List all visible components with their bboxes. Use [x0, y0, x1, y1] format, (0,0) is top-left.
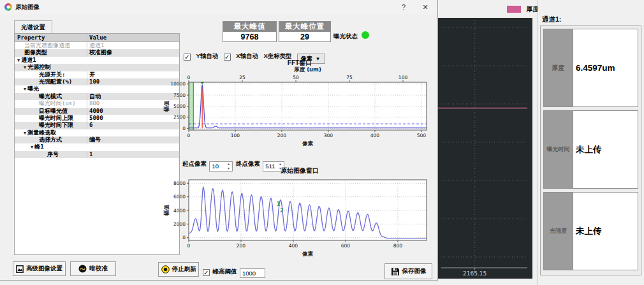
header-value: Value	[87, 34, 179, 41]
property-row[interactable]: ▼测量峰选取	[15, 129, 179, 136]
property-row[interactable]: ▼峰1	[15, 143, 179, 150]
svg-text:1: 1	[277, 201, 281, 207]
thickness-legend: 厚度	[507, 3, 539, 14]
advanced-image-settings-button[interactable]: 高级图像设置	[13, 261, 66, 276]
save-image-button[interactable]: 保存图像	[384, 263, 432, 279]
light-intensity-card-value: 未上传	[573, 193, 638, 270]
stop-refresh-button[interactable]: 停止刷新	[158, 262, 199, 277]
svg-text:200: 200	[237, 243, 246, 249]
property-row[interactable]: 曝光时间下限6	[15, 122, 179, 129]
svg-text:100: 100	[399, 75, 408, 80]
peak-threshold-label: 峰高阈值	[212, 268, 237, 275]
property-grid-header: Property Value	[15, 34, 179, 42]
light-intensity-card: 光强度 未上传	[543, 192, 638, 270]
tree-collapse-icon[interactable]: ▼	[31, 145, 33, 150]
svg-text:600: 600	[341, 243, 351, 249]
property-row[interactable]: 序号1	[15, 151, 179, 158]
property-name: ▼光源控制	[15, 64, 179, 71]
light-intensity-card-label: 光强度	[544, 193, 573, 270]
max-peak-pos-card: 最大峰位置 29	[279, 21, 331, 42]
thickness-card-value: 6.4597um	[573, 29, 638, 106]
property-name: 曝光模式	[15, 93, 87, 100]
stop-refresh-label: 停止刷新	[172, 265, 196, 274]
property-row[interactable]: 当前光谱图像通道通道1	[15, 42, 179, 49]
peak-threshold-input[interactable]: 1000	[240, 268, 265, 278]
property-row[interactable]: ▼通道1	[15, 57, 179, 64]
original-image-dialog: 原始图像 ? ✕ 光谱设置 Property Value 当前光谱图像通道通道1…	[0, 0, 438, 281]
save-image-label: 保存图像	[402, 267, 427, 275]
property-name: 曝光时间(us)	[15, 100, 87, 107]
svg-text:50: 50	[293, 75, 299, 80]
svg-text:2500: 2500	[173, 114, 186, 120]
thickness-trend-chart[interactable]: 2165.15	[438, 18, 532, 279]
svg-text:幅值: 幅值	[163, 101, 170, 112]
svg-text:幅值: 幅值	[163, 205, 170, 216]
metric-container: 厚度 6.4597um 曝光时间 未上传 光强度 未上传	[540, 26, 641, 275]
property-row[interactable]: 曝光时间上限5000	[15, 115, 179, 122]
property-row[interactable]: 曝光时间(us)800	[15, 100, 179, 107]
property-name: 曝光时间上限	[15, 115, 87, 122]
svg-text:像素: 像素	[302, 251, 314, 257]
property-row[interactable]: ▼光源控制	[15, 64, 179, 71]
svg-text:500: 500	[417, 133, 427, 138]
dark-calibration-label: 暗校准	[89, 265, 108, 273]
exposure-status-label: 曝光状态	[333, 33, 358, 41]
property-row[interactable]: 光强配置(%)100	[15, 78, 179, 85]
svg-text:2165.15: 2165.15	[463, 270, 487, 277]
property-row[interactable]: 目标曝光值4000	[15, 108, 179, 115]
peak-threshold-checkbox[interactable]: ✓	[203, 269, 210, 276]
property-value[interactable]: 通道1	[87, 42, 179, 49]
svg-text:100: 100	[231, 133, 240, 138]
svg-text:300: 300	[324, 133, 333, 138]
exposure-status-indicator	[362, 31, 369, 39]
property-row[interactable]: 图像类型校准图像	[15, 49, 179, 56]
thickness-card: 厚度 6.4597um	[543, 29, 638, 107]
dialog-title: 原始图像	[15, 3, 40, 11]
property-name: 当前光谱图像通道	[15, 42, 87, 49]
exposure-time-card-value: 未上传	[573, 111, 638, 188]
property-row[interactable]: ▼曝光	[15, 85, 179, 92]
property-name: 图像类型	[15, 49, 87, 56]
dialog-titlebar[interactable]: 原始图像 ? ✕	[0, 0, 437, 14]
channel-results-panel: 通道1: 厚度 6.4597um 曝光时间 未上传 光强度 未上传	[538, 0, 644, 285]
advanced-image-settings-label: 高级图像设置	[26, 265, 62, 273]
svg-text:8000: 8000	[173, 180, 186, 186]
property-row[interactable]: 光源开关:开	[15, 71, 179, 78]
svg-text:400: 400	[370, 133, 380, 138]
channel-label: 通道1:	[542, 15, 561, 24]
help-button[interactable]: ?	[397, 2, 411, 12]
svg-text:25: 25	[239, 75, 245, 80]
property-grid[interactable]: Property Value 当前光谱图像通道通道1图像类型校准图像▼通道1▼光…	[14, 33, 180, 255]
raw-image-chart[interactable]: 12020040060080002000400060008000像素幅值	[162, 175, 437, 258]
fft-chart[interactable]: 0100200300400500025507510002500500075001…	[162, 66, 437, 152]
color-ring-icon	[4, 3, 12, 11]
svg-text:10000: 10000	[170, 81, 186, 87]
property-name: ▼曝光	[15, 85, 179, 92]
svg-text:0: 0	[187, 133, 191, 138]
svg-text:6000: 6000	[173, 194, 186, 200]
tab-spectrum-settings[interactable]: 光谱设置	[14, 20, 52, 33]
property-name: ▼测量峰选取	[15, 129, 179, 136]
peak-threshold-controls: ✓ 峰高阈值 1000	[203, 265, 265, 278]
property-row[interactable]: 曝光模式自动	[15, 93, 179, 100]
screen: 原始图像 ? ✕ 光谱设置 Property Value 当前光谱图像通道通道1…	[0, 0, 644, 285]
max-peak-pos-label: 最大峰位置	[279, 22, 330, 31]
tree-collapse-icon[interactable]: ▼	[24, 65, 26, 70]
svg-text:2: 2	[280, 208, 284, 214]
property-name: 序号	[15, 151, 87, 158]
dark-calibration-button[interactable]: 暗校准	[70, 261, 116, 276]
property-row[interactable]: 选择方式编号	[15, 136, 179, 143]
tree-collapse-icon[interactable]: ▼	[24, 131, 26, 136]
exposure-time-card-label: 曝光时间	[544, 111, 573, 188]
svg-text:4000: 4000	[173, 208, 186, 214]
svg-text:200: 200	[277, 133, 287, 138]
property-value[interactable]: 校准图像	[87, 49, 179, 56]
close-button[interactable]: ✕	[418, 2, 432, 12]
svg-text:2000: 2000	[173, 221, 186, 227]
svg-text:75: 75	[346, 75, 353, 80]
tree-collapse-icon[interactable]: ▼	[17, 58, 20, 63]
tree-collapse-icon[interactable]: ▼	[24, 87, 26, 92]
svg-text:厚度 (um): 厚度 (um)	[293, 66, 321, 73]
svg-text:0: 0	[182, 235, 186, 240]
dark-calibration-icon	[78, 265, 87, 273]
